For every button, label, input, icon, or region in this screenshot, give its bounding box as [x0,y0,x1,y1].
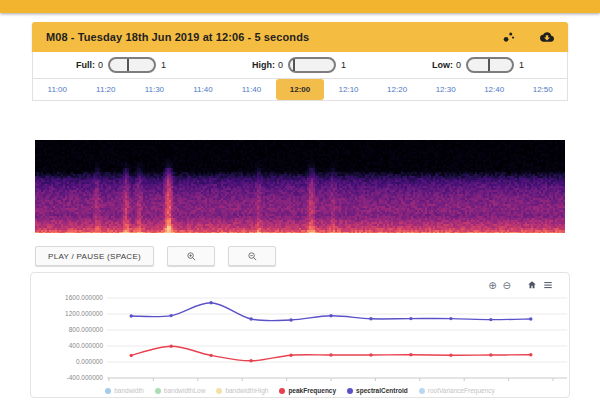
series-marker-peakFrequency [249,359,252,362]
series-marker-spectralCentroid [489,318,492,321]
slider-max: 1 [341,60,346,70]
legend-label: bandwidthLow [164,387,206,394]
zoom-out-icon [247,251,258,262]
series-marker-spectralCentroid [169,314,172,317]
slider-min: 0 [456,60,461,70]
legend-label: bandwidthHigh [225,387,268,394]
y-tick-label: -400.000000 [66,374,103,381]
series-marker-peakFrequency [169,345,172,348]
slider-label: Low: [432,60,453,70]
slider-track[interactable] [288,57,336,73]
chart-toolbar: ⊕ ⊖ [488,280,553,292]
series-marker-spectralCentroid [249,317,252,320]
zoom-in-button[interactable] [167,246,215,266]
time-chip-1240[interactable]: 12:40 [470,79,519,100]
x-tick-label: 2.5 [326,384,336,385]
series-marker-peakFrequency [529,353,532,356]
x-tick-label: 4.5 [504,384,514,385]
time-chip-1210[interactable]: 12:10 [324,79,373,100]
slider-min: 0 [278,60,283,70]
y-tick-label: 800.000000 [69,326,104,333]
legend-label: spectralCentroid [356,387,408,394]
x-tick-label: 3.0 [371,384,381,385]
y-tick-label: 1600.000000 [65,294,103,301]
play-pause-button[interactable]: PLAY / PAUSE (SPACE) [35,246,154,266]
legend-label: rootVarianceFrequency [428,387,495,394]
chart-legend: bandwidthbandwidthLowbandwidthHighpeakFr… [31,387,569,394]
series-marker-spectralCentroid [449,317,452,320]
series-marker-peakFrequency [449,354,452,357]
series-marker-spectralCentroid [209,301,212,304]
slider-track[interactable] [466,57,514,73]
scatter-plot-icon[interactable] [502,30,516,44]
legend-item-spectralCentroid[interactable]: spectralCentroid [347,387,408,394]
series-marker-spectralCentroid [130,314,133,317]
chart-zoom-in-icon[interactable]: ⊕ [488,281,496,291]
time-chip-1100[interactable]: 11:00 [33,79,82,100]
cloud-download-icon[interactable] [540,30,554,44]
series-marker-peakFrequency [289,354,292,357]
x-tick-label: 1.5 [237,384,247,385]
zoom-in-icon [186,251,197,262]
series-marker-peakFrequency [489,353,492,356]
x-tick-label: 2.0 [282,384,292,385]
slider-handle[interactable] [293,59,295,71]
recording-card: M08 - Tuesday 18th Jun 2019 at 12:06 - 5… [32,22,568,101]
time-chip-1200[interactable]: 12:00 [276,79,325,100]
playback-controls: PLAY / PAUSE (SPACE) [35,246,276,266]
time-chip-1230[interactable]: 12:30 [421,79,470,100]
legend-item-rootVarianceFrequency[interactable]: rootVarianceFrequency [419,387,495,394]
slider-handle[interactable] [127,59,129,71]
x-tick-label: 3.5 [415,384,425,385]
series-marker-peakFrequency [130,354,133,357]
legend-item-bandwidth[interactable]: bandwidth [105,387,144,394]
legend-item-bandwidthLow[interactable]: bandwidthLow [155,387,206,394]
legend-item-peakFrequency[interactable]: peakFrequency [279,387,336,394]
x-tick-label: 1.0 [193,384,203,385]
legend-item-bandwidthHigh[interactable]: bandwidthHigh [216,387,268,394]
chart-home-icon[interactable] [527,280,537,292]
legend-dot [419,388,425,394]
legend-dot [347,388,353,394]
legend-dot [279,388,285,394]
series-marker-spectralCentroid [409,317,412,320]
slider-label: Full: [76,60,95,70]
slider-min: 0 [98,60,103,70]
time-chip-1220[interactable]: 12:20 [373,79,422,100]
series-marker-peakFrequency [409,353,412,356]
slider-track[interactable] [108,57,156,73]
series-marker-spectralCentroid [529,317,532,320]
time-chip-1130[interactable]: 11:30 [130,79,179,100]
series-marker-peakFrequency [329,353,332,356]
y-tick-label: 1200.000000 [65,310,103,317]
spectrogram[interactable] [35,140,565,233]
y-tick-label: 0.000000 [76,358,103,365]
gain-sliders-row: Full:01High:01Low:01 [32,52,568,79]
zoom-out-button[interactable] [228,246,276,266]
series-marker-peakFrequency [209,354,212,357]
legend-dot [105,388,111,394]
timeline-strip: 11:0011:2011:3011:4011:4012:0012:1012:20… [32,79,568,101]
y-tick-label: 400.000000 [69,342,104,349]
slider-group-high: High:01 [252,57,346,73]
recording-header: M08 - Tuesday 18th Jun 2019 at 12:06 - 5… [32,22,568,52]
header-icons [502,30,554,44]
series-marker-spectralCentroid [329,314,332,317]
time-chip-1140[interactable]: 11:40 [227,79,276,100]
time-chip-1250[interactable]: 12:50 [518,79,567,100]
recording-title: M08 - Tuesday 18th Jun 2019 at 12:06 - 5… [46,31,309,43]
slider-handle[interactable] [488,59,490,71]
chart-menu-icon[interactable] [543,280,553,292]
legend-dot [216,388,222,394]
features-chart-card: ⊕ ⊖ 1600.0000001200.000000800.000000400.… [30,272,570,398]
chart-zoom-out-icon[interactable]: ⊖ [503,281,511,291]
legend-label: peakFrequency [288,387,336,394]
series-marker-peakFrequency [369,353,372,356]
time-chip-1140[interactable]: 11:40 [179,79,228,100]
legend-label: bandwidth [114,387,144,394]
slider-group-full: Full:01 [76,57,166,73]
app-top-bar [0,0,600,13]
slider-max: 1 [519,60,524,70]
time-chip-1120[interactable]: 11:20 [82,79,131,100]
x-tick-label: 5.0 [548,384,558,385]
